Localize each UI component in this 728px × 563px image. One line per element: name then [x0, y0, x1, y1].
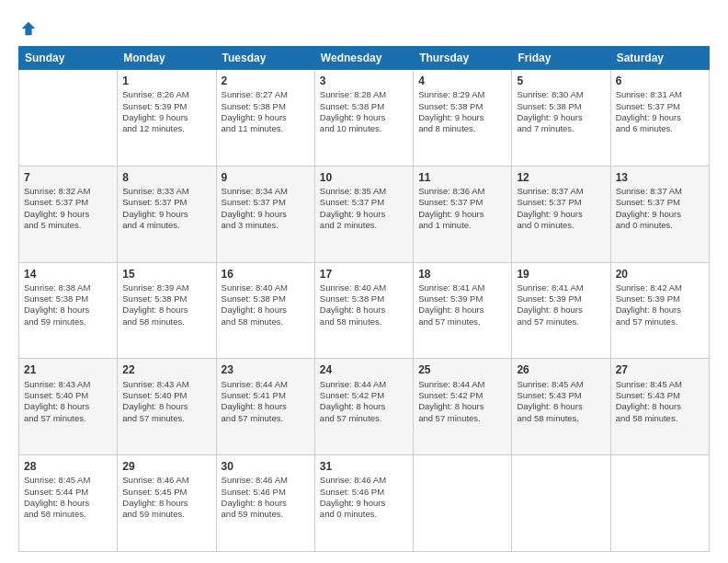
day-number: 13 [616, 170, 704, 185]
day-number: 10 [320, 170, 408, 185]
day-number: 14 [24, 267, 112, 282]
day-info: Sunrise: 8:41 AM Sunset: 5:39 PM Dayligh… [418, 282, 506, 327]
calendar-cell: 25Sunrise: 8:44 AM Sunset: 5:42 PM Dayli… [414, 359, 512, 455]
day-number: 7 [24, 170, 112, 185]
calendar-cell [414, 455, 512, 552]
day-info: Sunrise: 8:36 AM Sunset: 5:37 PM Dayligh… [418, 186, 506, 231]
logo [18, 20, 37, 37]
day-info: Sunrise: 8:38 AM Sunset: 5:38 PM Dayligh… [24, 282, 112, 327]
day-number: 12 [517, 170, 605, 185]
calendar-cell: 1Sunrise: 8:26 AM Sunset: 5:39 PM Daylig… [118, 70, 216, 167]
calendar-cell: 13Sunrise: 8:37 AM Sunset: 5:37 PM Dayli… [610, 166, 709, 262]
calendar-cell: 18Sunrise: 8:41 AM Sunset: 5:39 PM Dayli… [414, 262, 512, 359]
day-number: 2 [222, 74, 310, 88]
calendar-cell [19, 70, 118, 167]
day-number: 31 [320, 459, 408, 474]
day-info: Sunrise: 8:27 AM Sunset: 5:38 PM Dayligh… [222, 89, 310, 134]
day-info: Sunrise: 8:41 AM Sunset: 5:39 PM Dayligh… [517, 282, 605, 327]
calendar-cell [512, 455, 610, 552]
calendar-cell: 21Sunrise: 8:43 AM Sunset: 5:40 PM Dayli… [19, 359, 118, 455]
day-info: Sunrise: 8:43 AM Sunset: 5:40 PM Dayligh… [24, 379, 112, 424]
calendar-table: SundayMondayTuesdayWednesdayThursdayFrid… [18, 46, 710, 552]
day-number: 29 [122, 459, 210, 474]
day-info: Sunrise: 8:29 AM Sunset: 5:38 PM Dayligh… [418, 89, 506, 134]
calendar-cell: 8Sunrise: 8:33 AM Sunset: 5:37 PM Daylig… [118, 166, 216, 262]
day-info: Sunrise: 8:40 AM Sunset: 5:38 PM Dayligh… [222, 282, 310, 327]
day-number: 22 [122, 362, 210, 377]
calendar-cell: 3Sunrise: 8:28 AM Sunset: 5:38 PM Daylig… [314, 70, 413, 167]
day-info: Sunrise: 8:37 AM Sunset: 5:37 PM Dayligh… [616, 186, 704, 231]
calendar-cell: 17Sunrise: 8:40 AM Sunset: 5:38 PM Dayli… [314, 262, 413, 359]
calendar-cell: 31Sunrise: 8:46 AM Sunset: 5:46 PM Dayli… [314, 455, 413, 552]
day-info: Sunrise: 8:30 AM Sunset: 5:38 PM Dayligh… [517, 89, 605, 134]
calendar-col-header: Saturday [610, 47, 709, 70]
calendar-row: 1Sunrise: 8:26 AM Sunset: 5:39 PM Daylig… [19, 70, 710, 167]
calendar-col-header: Friday [512, 47, 610, 70]
calendar-cell: 9Sunrise: 8:34 AM Sunset: 5:37 PM Daylig… [216, 166, 314, 262]
day-info: Sunrise: 8:33 AM Sunset: 5:37 PM Dayligh… [122, 186, 210, 231]
day-info: Sunrise: 8:28 AM Sunset: 5:38 PM Dayligh… [320, 89, 408, 134]
day-info: Sunrise: 8:45 AM Sunset: 5:44 PM Dayligh… [24, 475, 112, 520]
day-number: 27 [616, 362, 704, 377]
day-number: 21 [24, 362, 112, 377]
calendar-cell: 22Sunrise: 8:43 AM Sunset: 5:40 PM Dayli… [118, 359, 216, 455]
day-info: Sunrise: 8:39 AM Sunset: 5:38 PM Dayligh… [122, 282, 210, 327]
calendar-cell: 10Sunrise: 8:35 AM Sunset: 5:37 PM Dayli… [314, 166, 413, 262]
calendar-header-row: SundayMondayTuesdayWednesdayThursdayFrid… [19, 47, 710, 70]
day-info: Sunrise: 8:46 AM Sunset: 5:45 PM Dayligh… [122, 475, 210, 520]
day-info: Sunrise: 8:35 AM Sunset: 5:37 PM Dayligh… [320, 186, 408, 231]
calendar-cell: 6Sunrise: 8:31 AM Sunset: 5:37 PM Daylig… [610, 70, 709, 167]
calendar-col-header: Thursday [414, 47, 512, 70]
calendar-col-header: Wednesday [314, 47, 413, 70]
day-info: Sunrise: 8:44 AM Sunset: 5:41 PM Dayligh… [222, 379, 310, 424]
day-info: Sunrise: 8:46 AM Sunset: 5:46 PM Dayligh… [222, 475, 310, 520]
calendar-cell: 2Sunrise: 8:27 AM Sunset: 5:38 PM Daylig… [216, 70, 314, 167]
calendar-cell: 4Sunrise: 8:29 AM Sunset: 5:38 PM Daylig… [414, 70, 512, 167]
calendar-cell [610, 455, 709, 552]
calendar-cell: 19Sunrise: 8:41 AM Sunset: 5:39 PM Dayli… [512, 262, 610, 359]
calendar-row: 7Sunrise: 8:32 AM Sunset: 5:37 PM Daylig… [19, 166, 710, 262]
day-info: Sunrise: 8:34 AM Sunset: 5:37 PM Dayligh… [222, 186, 310, 231]
day-info: Sunrise: 8:46 AM Sunset: 5:46 PM Dayligh… [320, 475, 408, 520]
calendar-col-header: Sunday [19, 47, 118, 70]
day-info: Sunrise: 8:32 AM Sunset: 5:37 PM Dayligh… [24, 186, 112, 231]
day-number: 4 [418, 74, 506, 88]
day-info: Sunrise: 8:42 AM Sunset: 5:39 PM Dayligh… [616, 282, 704, 327]
calendar-cell: 27Sunrise: 8:45 AM Sunset: 5:43 PM Dayli… [610, 359, 709, 455]
day-number: 1 [122, 74, 210, 88]
day-number: 20 [616, 267, 704, 282]
calendar-cell: 14Sunrise: 8:38 AM Sunset: 5:38 PM Dayli… [19, 262, 118, 359]
calendar-col-header: Tuesday [216, 47, 314, 70]
day-info: Sunrise: 8:26 AM Sunset: 5:39 PM Dayligh… [122, 89, 210, 134]
day-info: Sunrise: 8:43 AM Sunset: 5:40 PM Dayligh… [122, 379, 210, 424]
calendar-cell: 12Sunrise: 8:37 AM Sunset: 5:37 PM Dayli… [512, 166, 610, 262]
day-info: Sunrise: 8:44 AM Sunset: 5:42 PM Dayligh… [320, 379, 408, 424]
day-number: 25 [418, 362, 506, 377]
day-info: Sunrise: 8:40 AM Sunset: 5:38 PM Dayligh… [320, 282, 408, 327]
day-number: 15 [122, 267, 210, 282]
calendar-col-header: Monday [118, 47, 216, 70]
calendar-row: 14Sunrise: 8:38 AM Sunset: 5:38 PM Dayli… [19, 262, 710, 359]
day-info: Sunrise: 8:37 AM Sunset: 5:37 PM Dayligh… [517, 186, 605, 231]
day-number: 8 [122, 170, 210, 185]
calendar-cell: 28Sunrise: 8:45 AM Sunset: 5:44 PM Dayli… [19, 455, 118, 552]
calendar-cell: 15Sunrise: 8:39 AM Sunset: 5:38 PM Dayli… [118, 262, 216, 359]
calendar-cell: 26Sunrise: 8:45 AM Sunset: 5:43 PM Dayli… [512, 359, 610, 455]
calendar-cell: 23Sunrise: 8:44 AM Sunset: 5:41 PM Dayli… [216, 359, 314, 455]
page: SundayMondayTuesdayWednesdayThursdayFrid… [0, 0, 728, 563]
day-number: 16 [222, 267, 310, 282]
day-info: Sunrise: 8:45 AM Sunset: 5:43 PM Dayligh… [517, 379, 605, 424]
calendar-cell: 20Sunrise: 8:42 AM Sunset: 5:39 PM Dayli… [610, 262, 709, 359]
header [18, 17, 710, 37]
calendar-row: 28Sunrise: 8:45 AM Sunset: 5:44 PM Dayli… [19, 455, 710, 552]
day-info: Sunrise: 8:45 AM Sunset: 5:43 PM Dayligh… [616, 379, 704, 424]
logo-icon [20, 20, 37, 37]
calendar-cell: 16Sunrise: 8:40 AM Sunset: 5:38 PM Dayli… [216, 262, 314, 359]
calendar-cell: 11Sunrise: 8:36 AM Sunset: 5:37 PM Dayli… [414, 166, 512, 262]
calendar-row: 21Sunrise: 8:43 AM Sunset: 5:40 PM Dayli… [19, 359, 710, 455]
calendar-cell: 7Sunrise: 8:32 AM Sunset: 5:37 PM Daylig… [19, 166, 118, 262]
day-number: 30 [222, 459, 310, 474]
day-number: 24 [320, 362, 408, 377]
calendar-cell: 24Sunrise: 8:44 AM Sunset: 5:42 PM Dayli… [314, 359, 413, 455]
day-number: 6 [616, 74, 704, 88]
